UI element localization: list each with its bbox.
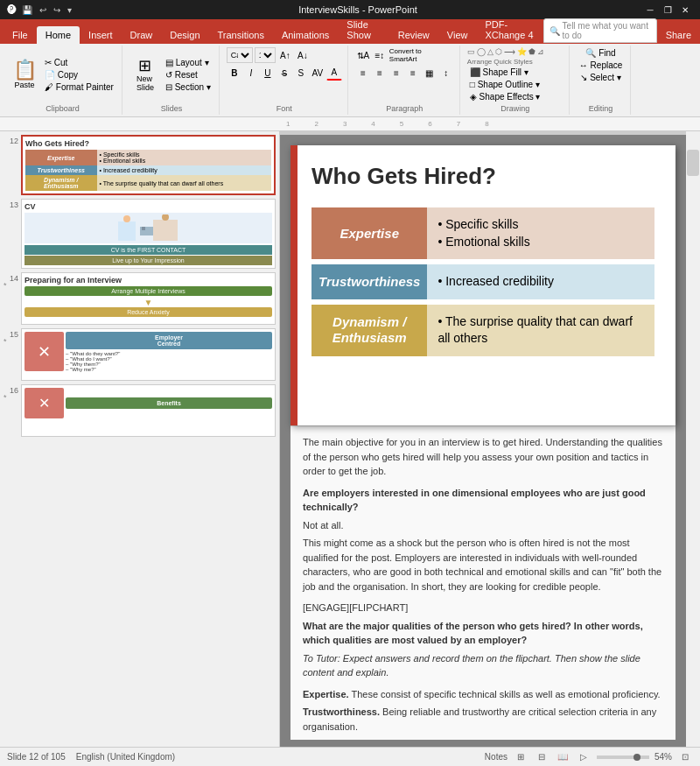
decrease-font-btn[interactable]: A↓ [295, 47, 311, 63]
italic-btn[interactable]: I [243, 65, 259, 81]
replace-btn[interactable]: ↔ Replace [577, 60, 625, 71]
ribbon-tabs: File Home Insert Draw Design Transitions… [0, 19, 700, 44]
zoom-slider[interactable] [597, 755, 649, 759]
tab-animations[interactable]: Animations [273, 26, 338, 44]
minimize-btn[interactable]: ─ [642, 3, 658, 17]
shape-6[interactable]: ⭐ [517, 47, 527, 56]
select-btn[interactable]: ↘ Select ▾ [578, 72, 623, 83]
slide-thumb-14[interactable]: 14 * Preparing for an Interview Arrange … [4, 272, 276, 325]
shape-outline-btn[interactable]: □ Shape Outline ▾ [467, 79, 543, 90]
reading-view-btn[interactable]: 📖 [555, 750, 570, 764]
paste-btn[interactable]: 📋 Paste [9, 59, 40, 91]
notes-btn[interactable]: Notes [485, 752, 508, 762]
tab-review[interactable]: Review [389, 26, 438, 44]
tab-pdfxchange[interactable]: PDF-XChange 4 [476, 16, 542, 44]
shape-3[interactable]: △ [487, 47, 494, 56]
underline-btn[interactable]: U [260, 65, 276, 81]
slide-thumb-12[interactable]: 12 Who Gets Hired? Expertise • Specific … [4, 135, 276, 195]
slide-img-13[interactable]: CV CV is the FIRST CONTACT Live up to Yo… [21, 199, 276, 269]
copy-btn[interactable]: 📄 Copy [42, 69, 116, 81]
shape-4[interactable]: ⬡ [495, 47, 502, 56]
tab-home[interactable]: Home [37, 26, 80, 44]
find-btn[interactable]: 🔍 Find [583, 47, 618, 59]
main-slide-table: Expertise • Specific skills• Emotional s… [312, 202, 654, 362]
slide-thumb-13[interactable]: 13 CV CV is the FIRST CONTACT Live up to… [4, 199, 276, 269]
shape-1[interactable]: ▭ [467, 47, 475, 56]
table-row: Trustworthiness • Increased credibility [25, 165, 271, 175]
text-direction-btn[interactable]: ⇅A [355, 47, 371, 63]
slide-thumb-15[interactable]: 15 * ✕ EmployerCentred – "What do they w… [4, 328, 276, 381]
new-slide-btn[interactable]: ⊞ NewSlide [130, 56, 161, 94]
font-size-select[interactable]: 12 [255, 47, 276, 63]
char-spacing-btn[interactable]: AV [310, 65, 326, 81]
font-color-btn[interactable]: A [326, 65, 342, 81]
shape-fill-btn[interactable]: ⬛ Shape Fill ▾ [467, 67, 543, 78]
slide-img-14[interactable]: Preparing for an Interview Arrange Multi… [21, 272, 276, 325]
slide-16-content: ✕ Benefits [24, 388, 272, 418]
align-left-btn[interactable]: ≡ [355, 65, 371, 81]
zoom-thumb[interactable] [634, 754, 640, 761]
paragraph-group: ⇅A ≡↕ Convert to SmartArt ≡ ≡ ≡ ≡ ▦ ↕ Pa… [350, 46, 460, 115]
tab-transitions[interactable]: Transitions [209, 26, 273, 44]
slideshow-btn[interactable]: ▷ [576, 750, 592, 764]
shape-8[interactable]: ⊿ [537, 47, 544, 56]
increase-font-btn[interactable]: A↑ [277, 47, 293, 63]
notes-expertise: Expertise. These consist of specific tec… [303, 687, 663, 702]
tab-draw[interactable]: Draw [122, 26, 162, 44]
font-family-select[interactable]: Calibri [227, 47, 253, 63]
slide-img-16[interactable]: ✕ Benefits [21, 384, 276, 437]
shape-5[interactable]: ⟶ [504, 47, 515, 56]
close-btn[interactable]: ✕ [677, 3, 693, 17]
undo-quick-btn[interactable]: ↩ [38, 4, 48, 16]
bold-btn[interactable]: B [227, 65, 242, 81]
tab-insert[interactable]: Insert [80, 26, 122, 44]
fit-slide-btn[interactable]: ⊡ [677, 750, 693, 764]
notes-q1: Are employers interested in one dimensio… [303, 486, 663, 515]
slide-img-15[interactable]: ✕ EmployerCentred – "What do they want?"… [21, 328, 276, 381]
slide-13-image [24, 213, 272, 243]
save-quick-btn[interactable]: 💾 [20, 4, 34, 16]
trust-content: • Increased credibility [97, 165, 271, 175]
scrollbar-thumb[interactable] [687, 150, 699, 176]
slide-sorter-btn[interactable]: ⊟ [534, 750, 550, 764]
format-painter-btn[interactable]: 🖌 Format Painter [42, 81, 116, 93]
tab-view[interactable]: View [438, 26, 477, 44]
align-text-btn[interactable]: ≡↕ [372, 47, 388, 63]
shape-7[interactable]: ⬟ [528, 47, 536, 56]
more-quick-btn[interactable]: ▾ [66, 4, 74, 16]
tab-design[interactable]: Design [161, 26, 208, 44]
justify-btn[interactable]: ≡ [405, 65, 421, 81]
col-btn[interactable]: ▦ [422, 65, 438, 81]
align-right-btn[interactable]: ≡ [388, 65, 404, 81]
paste-icon: 📋 [13, 60, 37, 80]
red-accent-bar [290, 145, 298, 425]
restore-btn[interactable]: ❐ [660, 3, 676, 17]
shadow-btn[interactable]: S [293, 65, 309, 81]
redo-quick-btn[interactable]: ↪ [52, 4, 62, 16]
right-scrollbar[interactable] [686, 131, 700, 747]
slide-img-12[interactable]: Who Gets Hired? Expertise • Specific ski… [21, 135, 276, 195]
quick-styles-btn[interactable]: Quick Styles [494, 58, 532, 66]
line-spacing-btn[interactable]: ↕ [438, 65, 454, 81]
slide-thumb-16[interactable]: 16 * ✕ Benefits [4, 384, 276, 437]
strikethrough-btn[interactable]: S̶ [276, 65, 292, 81]
window-controls[interactable]: ─ ❐ ✕ [642, 3, 693, 17]
slide-14-box2: Reduce Anxiety [24, 307, 272, 317]
shape-effects-btn[interactable]: ◈ Shape Effects ▾ [467, 91, 543, 102]
tab-file[interactable]: File [4, 26, 37, 44]
align-center-btn[interactable]: ≡ [372, 65, 388, 81]
section-btn[interactable]: ⊟ Section ▾ [163, 81, 214, 93]
layout-btn[interactable]: ▤ Layout ▾ [163, 57, 214, 68]
notes-panel[interactable]: The main objective for you in an intervi… [290, 425, 676, 740]
tell-me-input[interactable]: 🔍 Tell me what you want to do [543, 18, 657, 43]
cut-btn[interactable]: ✂ Cut [42, 57, 116, 68]
shape-2[interactable]: ◯ [477, 47, 486, 56]
arrange-btn[interactable]: Arrange [467, 58, 492, 66]
main-slide-title: Who Gets Hired? [312, 163, 654, 190]
share-btn[interactable]: Share [657, 26, 700, 44]
normal-view-btn[interactable]: ⊞ [513, 750, 528, 764]
slide-panel[interactable]: 12 Who Gets Hired? Expertise • Specific … [0, 131, 280, 747]
tab-slideshow[interactable]: Slide Show [338, 16, 388, 44]
convert-smartart-btn[interactable]: Convert to SmartArt [388, 47, 441, 63]
reset-btn[interactable]: ↺ Reset [163, 69, 214, 81]
